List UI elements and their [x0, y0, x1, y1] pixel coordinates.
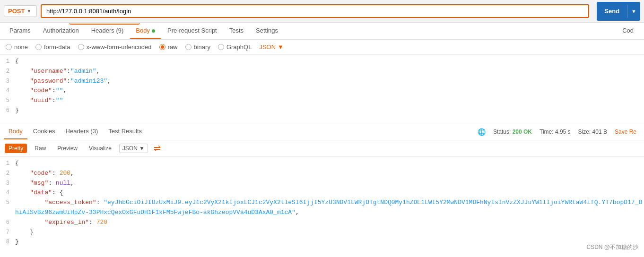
time-value: 4.95 s: [555, 128, 571, 135]
tab-body[interactable]: Body: [130, 23, 161, 39]
wrap-lines-icon[interactable]: ⇌: [154, 143, 161, 154]
radio-circle-graphql: [218, 44, 224, 50]
line-number: 1: [0, 57, 15, 66]
send-button[interactable]: Send ▼: [597, 2, 640, 21]
json-format-dropdown[interactable]: JSON ▼: [259, 43, 284, 51]
line-number: 7: [0, 228, 15, 237]
method-selector[interactable]: POST ▼: [4, 5, 37, 17]
radio-none[interactable]: none: [6, 43, 28, 51]
code-content: }: [15, 228, 644, 238]
line-number: 3: [0, 179, 15, 188]
request-code-line: 1{: [0, 57, 644, 67]
size-value: 401 B: [592, 128, 607, 135]
response-tab-body[interactable]: Body: [4, 124, 27, 139]
line-number: 8: [0, 238, 15, 247]
code-content: "expires_in": 720: [15, 218, 644, 228]
request-body-editor[interactable]: 1{2 "username":"admin",3 "password":"adm…: [0, 55, 644, 123]
radio-raw[interactable]: raw: [159, 43, 178, 51]
send-dropdown-icon[interactable]: ▼: [627, 9, 640, 14]
tab-authorization[interactable]: Authorization: [37, 23, 85, 39]
fmt-visualize-button[interactable]: Visualize: [85, 144, 115, 153]
response-tabs-left: Body Cookies Headers (3) Test Results: [4, 124, 148, 139]
response-fmt-label: JSON: [122, 145, 138, 152]
url-annotation: [69, 19, 140, 25]
time-label: Time: 4.95 s: [540, 128, 571, 135]
response-fmt-dropdown[interactable]: JSON ▼: [119, 144, 148, 153]
code-content: "uuid":"": [15, 96, 644, 106]
line-number: 6: [0, 218, 15, 227]
response-code-line: 1{: [0, 159, 644, 169]
response-format-bar: Pretty Raw Preview Visualize JSON ▼ ⇌: [0, 140, 644, 157]
radio-circle-none: [6, 44, 12, 50]
request-code-line: 4 "code":"",: [0, 86, 644, 96]
body-options: none form-data x-www-form-urlencoded raw…: [0, 40, 644, 55]
url-input[interactable]: [41, 4, 589, 18]
radio-circle-urlencoded: [78, 44, 84, 50]
code-content: "username":"admin",: [15, 67, 644, 77]
response-code-line: 5 "access_token": "eyJhbGciOiJIUzUxMiJ9.…: [0, 198, 644, 218]
line-number: 5: [0, 198, 15, 207]
line-number: 2: [0, 67, 15, 76]
request-code-line: 3 "password":"admin123",: [0, 77, 644, 86]
tab-prerequest[interactable]: Pre-request Script: [162, 23, 223, 39]
tab-params[interactable]: Params: [4, 23, 36, 39]
code-content: }: [15, 106, 644, 116]
response-code-line: 6 "expires_in": 720: [0, 218, 644, 228]
response-body-editor[interactable]: 1{2 "code": 200,3 "msg": null,4 "data": …: [0, 157, 644, 257]
line-number: 1: [0, 159, 15, 168]
response-tabs-bar: Body Cookies Headers (3) Test Results 🌐 …: [0, 123, 644, 140]
radio-binary[interactable]: binary: [185, 43, 210, 51]
status-value: 200 OK: [513, 128, 532, 135]
request-code-line: 2 "username":"admin",: [0, 67, 644, 77]
radio-circle-form-data: [35, 44, 42, 50]
body-dot: [152, 29, 155, 33]
radio-graphql[interactable]: GraphQL: [218, 43, 252, 51]
tab-tests[interactable]: Tests: [224, 23, 249, 39]
response-fmt-chevron-icon: ▼: [139, 145, 145, 152]
status-label: Status: 200 OK: [493, 128, 532, 135]
globe-icon: 🌐: [478, 128, 486, 136]
fmt-raw-button[interactable]: Raw: [31, 144, 50, 153]
radio-circle-raw: [159, 44, 165, 50]
fmt-preview-button[interactable]: Preview: [53, 144, 81, 153]
code-content: "code":"",: [15, 86, 644, 96]
tab-headers[interactable]: Headers (9): [86, 23, 130, 39]
method-label: POST: [8, 8, 25, 15]
top-bar: POST ▼ Send ▼: [0, 0, 644, 23]
response-code-line: 2 "code": 200,: [0, 169, 644, 179]
radio-urlencoded[interactable]: x-www-form-urlencoded: [78, 43, 152, 51]
line-number: 4: [0, 86, 15, 95]
request-code-line: 5 "uuid":"": [0, 96, 644, 106]
fmt-pretty-button[interactable]: Pretty: [5, 144, 27, 153]
code-content: "msg": null,: [15, 179, 644, 188]
save-response-button[interactable]: Save Re: [615, 128, 636, 135]
json-dropdown-chevron-icon: ▼: [278, 43, 284, 51]
response-tab-cookies[interactable]: Cookies: [28, 124, 60, 139]
code-content: "password":"admin123",: [15, 77, 644, 86]
line-number: 3: [0, 77, 15, 86]
line-number: 5: [0, 96, 15, 105]
code-content: "data": {: [15, 188, 644, 198]
tab-cod[interactable]: Cod: [617, 23, 639, 39]
tab-settings[interactable]: Settings: [250, 23, 284, 39]
response-tab-headers[interactable]: Headers (3): [61, 124, 103, 139]
response-tab-test-results[interactable]: Test Results: [104, 124, 147, 139]
method-chevron-icon: ▼: [26, 9, 31, 14]
request-code-line: 6}: [0, 106, 644, 116]
code-content: }: [15, 237, 644, 247]
url-bar-wrapper: [41, 4, 589, 18]
response-code-line: 8}: [0, 237, 644, 247]
code-content: "access_token": "eyJhbGciOiJIUzUxMiJ9.ey…: [15, 198, 644, 218]
code-content: {: [15, 57, 644, 67]
watermark: CSDN @不加糖的沙: [586, 243, 638, 251]
line-number: 4: [0, 188, 15, 197]
radio-form-data[interactable]: form-data: [35, 43, 70, 51]
code-content: "code": 200,: [15, 169, 644, 179]
response-status: 🌐 Status: 200 OK Time: 4.95 s Size: 401 …: [478, 128, 640, 136]
size-label: Size: 401 B: [578, 128, 607, 135]
line-number: 6: [0, 106, 15, 115]
send-label: Send: [597, 8, 627, 15]
response-code-line: 4 "data": {: [0, 188, 644, 198]
radio-circle-binary: [185, 44, 191, 50]
request-tabs-bar: Params Authorization Headers (9) Body Pr…: [0, 23, 644, 40]
